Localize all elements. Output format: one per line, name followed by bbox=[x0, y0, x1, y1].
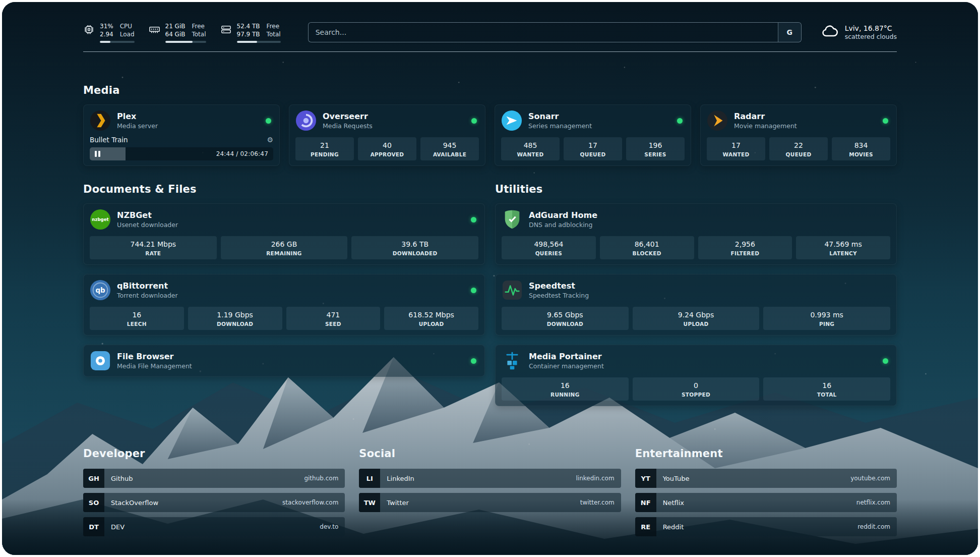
section-title-utilities: Utilities bbox=[495, 183, 897, 195]
memory-usage-bar bbox=[165, 41, 206, 43]
radarr-icon bbox=[707, 110, 728, 131]
nzbget-icon: nzbget bbox=[90, 209, 111, 230]
bookmark-url: stackoverflow.com bbox=[282, 499, 345, 506]
bookmark-netflix[interactable]: NF Netflix netflix.com bbox=[635, 493, 897, 512]
stat-value: 744.21 Mbps bbox=[92, 240, 215, 249]
status-indicator bbox=[471, 358, 476, 364]
cpu-usage-fill bbox=[100, 41, 110, 43]
bookmark-name: Twitter bbox=[380, 499, 409, 507]
stat-box: 21 PENDING bbox=[295, 137, 354, 160]
weather-widget: Lviv, 16.87°C scattered clouds bbox=[821, 22, 897, 42]
disk-usage-bar bbox=[237, 41, 281, 43]
stat-label: REMAINING bbox=[223, 250, 346, 256]
app-card-radarr[interactable]: Radarr Movie management 17 WANTED 22 QUE… bbox=[700, 104, 897, 166]
filebrowser-icon bbox=[90, 350, 111, 371]
section-title-documents: Documents & Files bbox=[83, 183, 485, 195]
app-card-qbittorrent[interactable]: qb qBittorrent Torrent downloader 16 LEE… bbox=[83, 274, 485, 336]
app-description: Media server bbox=[117, 122, 158, 130]
bookmark-url: github.com bbox=[304, 475, 345, 482]
stat-box: 0.993 ms PING bbox=[763, 307, 890, 330]
bookmark-abbr: LI bbox=[359, 469, 380, 488]
app-card-sonarr[interactable]: Sonarr Series management 485 WANTED 17 Q… bbox=[495, 104, 691, 166]
search-engine-button[interactable]: G bbox=[778, 23, 801, 42]
stat-value: 9.24 Gbps bbox=[635, 310, 758, 319]
app-card-adguard[interactable]: AdGuard Home DNS and adblocking 498,564 … bbox=[495, 203, 897, 265]
social-column: Social LI LinkedIn linkedin.com TW Twitt… bbox=[359, 448, 621, 541]
stat-label: DOWNLOAD bbox=[504, 321, 627, 327]
app-name: Media Portainer bbox=[529, 352, 604, 361]
bookmark-twitter[interactable]: TW Twitter twitter.com bbox=[359, 493, 621, 512]
disk-label-bottom: Total bbox=[267, 30, 281, 38]
bookmark-name: Github bbox=[104, 475, 133, 482]
disk-free-value: 52.4 TB bbox=[237, 22, 260, 30]
bookmark-name: DEV bbox=[104, 523, 125, 531]
stat-box: 498,564 QUERIES bbox=[502, 236, 596, 259]
stat-box: 1.19 Gbps DOWNLOAD bbox=[188, 307, 282, 330]
app-description: Speedtest Tracking bbox=[529, 292, 589, 300]
bookmark-name: LinkedIn bbox=[380, 475, 414, 482]
stat-label: RATE bbox=[92, 250, 215, 256]
bookmark-dev[interactable]: DT DEV dev.to bbox=[83, 517, 345, 536]
app-description: Container management bbox=[529, 362, 604, 370]
app-description: Movie management bbox=[734, 122, 797, 130]
plex-icon bbox=[90, 110, 111, 131]
memory-free-value: 21 GiB bbox=[165, 22, 186, 30]
section-title-entertainment: Entertainment bbox=[635, 448, 897, 460]
developer-column: Developer GH Github github.com SO StackO… bbox=[83, 448, 345, 541]
stat-value: 17 bbox=[709, 141, 763, 150]
bookmark-abbr: TW bbox=[359, 493, 380, 512]
settings-gear-icon[interactable]: ⚙ bbox=[267, 136, 273, 144]
app-name: Plex bbox=[117, 112, 158, 121]
app-name: Radarr bbox=[734, 112, 797, 121]
bookmark-github[interactable]: GH Github github.com bbox=[83, 469, 345, 488]
stat-box: 47.569 ms LATENCY bbox=[796, 236, 890, 259]
adguard-icon bbox=[502, 209, 523, 230]
stat-value: 86,401 bbox=[602, 240, 692, 249]
bookmark-linkedin[interactable]: LI LinkedIn linkedin.com bbox=[359, 469, 621, 488]
bookmark-stackoverflow[interactable]: SO StackOverflow stackoverflow.com bbox=[83, 493, 345, 512]
disk-total-value: 97.9 TB bbox=[237, 30, 260, 38]
search-input[interactable] bbox=[309, 23, 778, 42]
stat-label: SERIES bbox=[628, 151, 683, 157]
stat-label: FILTERED bbox=[700, 250, 790, 256]
app-card-plex[interactable]: Plex Media server Bullet Train ⚙ 24:44 /… bbox=[83, 104, 280, 166]
app-card-filebrowser[interactable]: File Browser Media File Management bbox=[83, 345, 485, 377]
svg-text:qb: qb bbox=[95, 287, 105, 294]
stat-value: 196 bbox=[628, 141, 683, 150]
playback-progress-bar[interactable]: 24:44 / 02:06:47 bbox=[90, 147, 273, 160]
app-card-overseerr[interactable]: Overseerr Media Requests 21 PENDING 40 A… bbox=[289, 104, 485, 166]
app-card-speedtest[interactable]: Speedtest Speedtest Tracking 9.65 Gbps D… bbox=[495, 274, 897, 336]
app-description: Usenet downloader bbox=[117, 221, 178, 229]
stat-box: 40 APPROVED bbox=[358, 137, 416, 160]
bookmark-url: youtube.com bbox=[850, 475, 897, 482]
app-card-nzbget[interactable]: nzbget NZBGet Usenet downloader 744.21 M… bbox=[83, 203, 485, 265]
stat-box: 266 GB REMAINING bbox=[221, 236, 348, 259]
stat-box: 9.65 Gbps DOWNLOAD bbox=[502, 307, 629, 330]
now-playing-title: Bullet Train bbox=[90, 136, 128, 144]
app-name: Overseerr bbox=[323, 112, 373, 121]
stat-value: 9.65 Gbps bbox=[504, 310, 627, 319]
utilities-column: Utilities bbox=[495, 183, 897, 415]
app-card-portainer[interactable]: Media Portainer Container management 16 … bbox=[495, 345, 897, 406]
cloud-icon bbox=[821, 22, 839, 42]
stat-label: LATENCY bbox=[798, 250, 888, 256]
bookmark-url: reddit.com bbox=[858, 523, 897, 530]
app-name: NZBGet bbox=[117, 210, 178, 220]
search-bar[interactable]: G bbox=[308, 22, 802, 42]
stat-box: 618.52 Mbps UPLOAD bbox=[384, 307, 478, 330]
stat-label: UPLOAD bbox=[386, 321, 476, 327]
stat-value: 0 bbox=[635, 381, 758, 390]
stat-value: 47.569 ms bbox=[798, 240, 888, 249]
bookmark-reddit[interactable]: RE Reddit reddit.com bbox=[635, 517, 897, 536]
stat-box: 485 WANTED bbox=[501, 137, 560, 160]
media-grid: Plex Media server Bullet Train ⚙ 24:44 /… bbox=[83, 104, 897, 166]
status-indicator bbox=[471, 288, 476, 293]
stat-label: DOWNLOADED bbox=[353, 250, 476, 256]
stat-label: APPROVED bbox=[360, 151, 414, 157]
app-description: DNS and adblocking bbox=[529, 221, 597, 229]
status-indicator bbox=[471, 217, 476, 222]
bookmark-abbr: DT bbox=[83, 517, 104, 536]
stat-label: AVAILABLE bbox=[422, 151, 477, 157]
pause-icon[interactable] bbox=[95, 151, 100, 157]
bookmark-youtube[interactable]: YT YouTube youtube.com bbox=[635, 469, 897, 488]
